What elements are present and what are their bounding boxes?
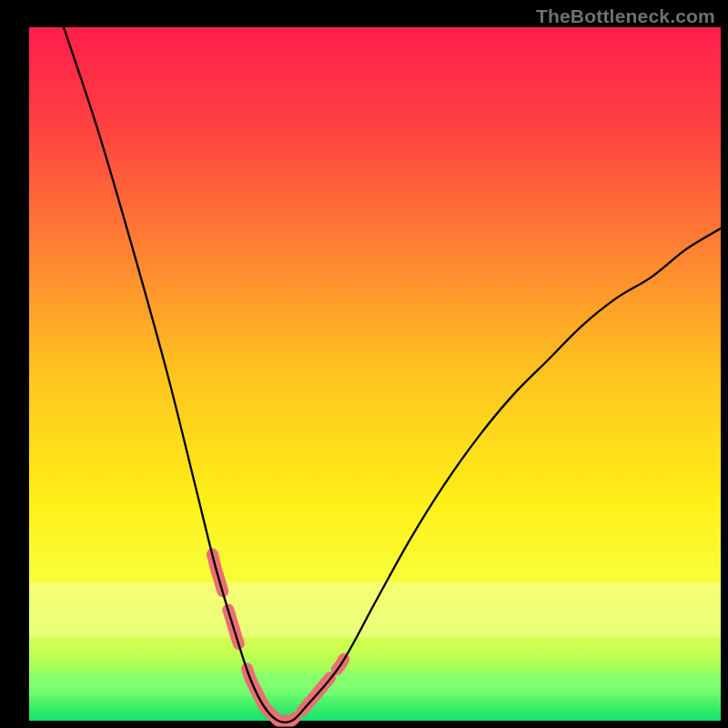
- chart-container: TheBottleneck.com: [0, 0, 728, 728]
- chart-band-1: [29, 672, 721, 697]
- bottleneck-chart: [0, 0, 728, 728]
- chart-band-0: [29, 582, 721, 638]
